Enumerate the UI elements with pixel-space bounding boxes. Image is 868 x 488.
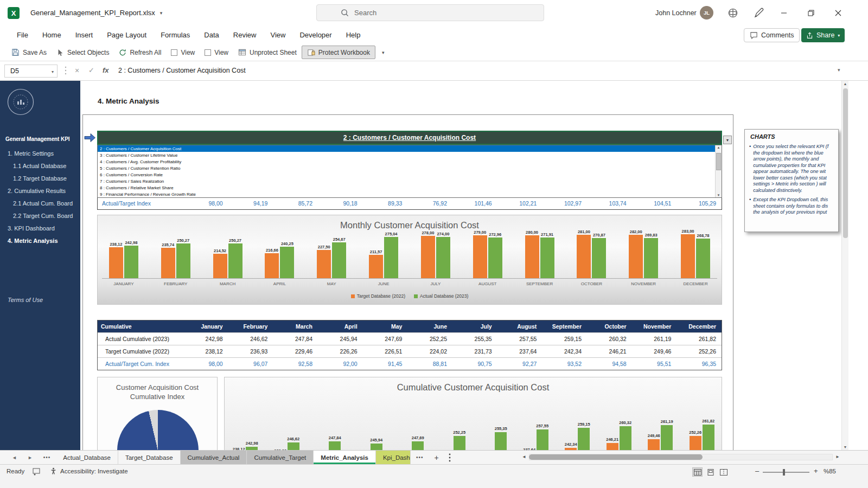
kpi-dropdown-button[interactable]: ▼ [723,136,732,144]
formula-bar-expand-chevron[interactable]: ▾ [838,67,840,73]
menu-formulas[interactable]: Formulas [154,26,197,44]
formula-input[interactable]: 2 : Customers / Customer Acquisition Cos… [118,67,246,74]
scrollbar-thumb[interactable] [843,88,848,238]
sheet-tab-cumulative-actual[interactable]: Cumulative_Actual [181,451,247,464]
insert-function-button[interactable]: fx [103,66,109,74]
view-checkbox-b[interactable]: View [200,47,233,59]
sheet-tab-cumulative-target[interactable]: Cumulative_Target [247,451,314,464]
scrollbar-thumb[interactable] [716,153,721,170]
sheet-tab-target-database[interactable]: Target_Database [118,451,181,464]
kpi-option[interactable]: 3 : Customers / Customer Lifetime Value [98,152,722,158]
sheet-nav-right[interactable]: ► [22,451,38,464]
checkbox-icon[interactable] [205,49,211,56]
menu-developer[interactable]: Developer [292,26,339,44]
macro-record-icon[interactable] [33,468,40,476]
row-label: Actual Cumulative (2023) [98,336,183,342]
sidebar-item-2-2-target-cum-board[interactable]: 2.2 Target Cum. Board [0,209,80,222]
select-objects-button[interactable]: Select Objects [52,47,114,59]
menu-help[interactable]: Help [339,26,368,44]
kpi-option[interactable]: 2 : Customers / Customer Acquisition Cos… [98,145,722,152]
normal-view-button[interactable] [692,467,703,477]
cancel-icon[interactable]: × [75,66,79,75]
chart-bar [124,246,138,278]
chevron-down-icon[interactable]: ▾ [160,10,163,16]
scroll-down-icon[interactable]: ▼ [716,194,722,197]
sheet-tab-metric-analysis[interactable]: Metric_Analysis [314,451,376,464]
search-box[interactable] [316,4,544,21]
horizontal-scrollbar[interactable]: ◄ ► [522,454,840,460]
menu-view[interactable]: View [263,26,292,44]
bullet-dot: • [749,144,751,194]
kpi-option[interactable]: 5 : Customers / Customer Retention Ratio [98,165,722,171]
share-button[interactable]: Share ▾ [801,28,845,42]
close-button[interactable] [825,0,852,25]
zoom-slider-thumb[interactable] [783,469,785,476]
pen-icon[interactable] [754,8,764,18]
sidebar-item-1-1-actual-database[interactable]: 1.1 Actual Database [0,159,80,172]
user-name[interactable]: John Lochner [655,9,697,17]
kpi-option[interactable]: 6 : Customers / Conversion Rate [98,171,722,178]
scroll-down-icon[interactable]: ▼ [842,445,848,449]
refresh-all-button[interactable]: Refresh All [114,47,166,59]
workbook-title[interactable]: General_Management_KPI_Report.xlsx ▾ [30,9,162,17]
restore-button[interactable] [797,0,825,25]
zoom-slider-track[interactable] [763,472,809,473]
sphere-icon[interactable] [727,8,738,18]
sheet-tab-kpi-dash[interactable]: Kpi_Dash [376,451,411,464]
page-break-view-button[interactable] [718,467,729,477]
kpi-dropdown-cell[interactable]: 2 : Customers / Customer Acquisition Cos… [97,131,722,145]
enter-icon[interactable]: ✓ [88,66,94,74]
menu-insert[interactable]: Insert [68,26,100,44]
kpi-option[interactable]: 4 : Customers / Avg. Customer Profitabil… [98,158,722,165]
zoom-level[interactable]: %85 [824,468,836,474]
sidebar-item-2-cumulative-results[interactable]: 2. Cumulative Results [0,184,80,197]
sidebar-item-2-1-actual-cum-board[interactable]: 2.1 Actual Cum. Board [0,197,80,209]
name-box[interactable]: D5 ▾ [4,65,58,78]
kpi-option[interactable]: 8 : Customers / Relative Market Share [98,184,722,191]
sheet-nav-left[interactable]: ◄ [7,451,22,464]
protect-workbook-button[interactable]: Protect Workbook [302,46,375,59]
sidebar-item-3-kpi-dashboard[interactable]: 3. KPI Dashboard [0,222,80,234]
sidebar-item-4-metric-analysis[interactable]: 4. Metric Analysis [0,234,80,247]
scroll-up-icon[interactable]: ▲ [842,82,848,86]
kpi-option[interactable]: 7 : Customers / Sales Realization [98,178,722,184]
unprotect-sheet-button[interactable]: Unprotect Sheet [233,46,302,59]
table-row: Actual Cumulative (2023)242,98246,62247,… [98,332,722,345]
menu-page-layout[interactable]: Page Layout [100,26,154,44]
sheet-more-right[interactable]: ••• [411,451,429,464]
sheet-more-left[interactable]: ••• [38,451,56,464]
save-as-button[interactable]: Save As [7,46,52,59]
vertical-scrollbar[interactable]: ▲ ▼ [841,81,848,450]
accessibility-status[interactable]: Accessibility: Investigate [50,467,128,474]
bullet-text: Once you select the relevant KPI (f the … [753,144,836,194]
terms-of-use-link[interactable]: Terms of Use [8,297,43,303]
scroll-right-icon[interactable]: ► [835,454,840,459]
scroll-left-icon[interactable]: ◄ [522,454,526,459]
monthly-plot: 238,12242,98JANUARY235,74250,27FEBRUARY2… [98,215,723,305]
sidebar-item-1-metric-settings[interactable]: 1. Metric Settings [0,147,80,159]
minimize-button[interactable] [770,0,797,25]
checkbox-icon[interactable] [171,49,177,56]
sheet-options-kebab[interactable] [444,451,455,464]
dropdown-scrollbar[interactable]: ▲ ▼ [715,145,722,197]
drag-handle-icon[interactable] [65,66,67,75]
menu-review[interactable]: Review [226,26,264,44]
view-checkbox-a[interactable]: View [166,47,200,59]
zoom-out-button[interactable]: – [755,467,759,475]
menu-file[interactable]: File [10,26,35,44]
toolbar-overflow-chevron[interactable]: ▾ [382,50,385,55]
zoom-in-button[interactable]: + [814,467,818,475]
menu-data[interactable]: Data [197,26,226,44]
scrollbar-thumb[interactable] [529,454,703,460]
kpi-option[interactable]: 9 : Financial Performance / Revenue Grow… [98,191,722,197]
chevron-down-icon[interactable]: ▾ [52,69,54,74]
sheet-tab-actual-database[interactable]: Actual_Database [56,451,118,464]
sidebar-item-1-2-target-database[interactable]: 1.2 Target Database [0,172,80,184]
comments-button[interactable]: Comments [744,28,800,42]
avatar[interactable]: JL [700,6,713,20]
menu-home[interactable]: Home [35,26,68,44]
search-input[interactable] [354,9,506,17]
page-layout-view-button[interactable] [705,467,716,477]
scroll-up-icon[interactable]: ▲ [716,146,722,149]
add-sheet-button[interactable]: + [429,451,444,464]
